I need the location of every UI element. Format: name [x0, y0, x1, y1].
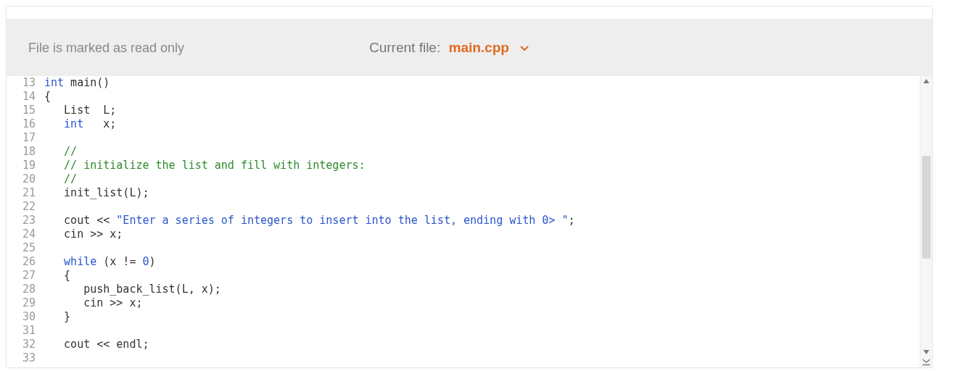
- line-number: 25: [7, 241, 36, 255]
- code-line[interactable]: int x;: [44, 117, 919, 131]
- code-line[interactable]: push_back_list(L, x);: [44, 283, 919, 296]
- line-number: 23: [7, 214, 36, 228]
- top-border-strip: [7, 7, 932, 20]
- line-number: 18: [7, 145, 36, 159]
- line-number: 13: [7, 76, 36, 90]
- line-number: 32: [7, 338, 36, 351]
- line-number: 15: [7, 104, 36, 117]
- code-line[interactable]: {: [44, 269, 919, 283]
- line-number: 27: [7, 269, 36, 283]
- line-number: 28: [7, 283, 36, 296]
- code-line[interactable]: cout << "Enter a series of integers to i…: [44, 214, 919, 228]
- line-number: 26: [7, 255, 36, 269]
- code-line[interactable]: init_list(L);: [44, 186, 919, 200]
- line-number: 19: [7, 159, 36, 172]
- line-number: 21: [7, 186, 36, 200]
- scroll-to-bottom-icon[interactable]: [920, 357, 932, 367]
- code-line[interactable]: cin >> x;: [44, 228, 919, 241]
- code-line[interactable]: }: [44, 310, 919, 324]
- current-file-name[interactable]: main.cpp: [448, 40, 508, 55]
- line-number: 17: [7, 131, 36, 145]
- code-line[interactable]: cin >> x;: [44, 296, 919, 310]
- code-line[interactable]: [44, 351, 919, 365]
- code-line[interactable]: List L;: [44, 104, 919, 117]
- line-number: 20: [7, 172, 36, 186]
- line-number: 14: [7, 90, 36, 104]
- code-line[interactable]: cout << endl;: [44, 338, 919, 351]
- code-line[interactable]: [44, 241, 919, 255]
- line-number: 33: [7, 351, 36, 365]
- code-content[interactable]: int main(){ List L; int x; // // initial…: [44, 76, 919, 367]
- code-line[interactable]: [44, 200, 919, 214]
- code-line[interactable]: int main(): [44, 76, 919, 90]
- code-line[interactable]: // initialize the list and fill with int…: [44, 159, 919, 172]
- scroll-thumb[interactable]: [922, 156, 931, 259]
- code-line[interactable]: //: [44, 172, 919, 186]
- code-line[interactable]: while (x != 0): [44, 255, 919, 269]
- code-editor[interactable]: 1314151617181920212223242526272829303132…: [7, 76, 932, 367]
- code-line[interactable]: //: [44, 145, 919, 159]
- code-line[interactable]: {: [44, 90, 919, 104]
- vertical-scrollbar[interactable]: [920, 76, 932, 357]
- code-line[interactable]: [44, 131, 919, 145]
- scroll-up-arrow-icon[interactable]: [921, 76, 932, 86]
- editor-panel: File is marked as read only Current file…: [6, 6, 933, 368]
- line-number-gutter: 1314151617181920212223242526272829303132…: [7, 76, 40, 367]
- line-number: 16: [7, 117, 36, 131]
- line-number: 31: [7, 324, 36, 338]
- line-number: 30: [7, 310, 36, 324]
- line-number: 24: [7, 228, 36, 241]
- code-line[interactable]: [44, 324, 919, 338]
- editor-header: File is marked as read only Current file…: [7, 20, 932, 76]
- line-number: 29: [7, 296, 36, 310]
- scroll-down-arrow-icon[interactable]: [921, 347, 932, 357]
- chevron-down-icon[interactable]: [520, 46, 529, 51]
- current-file-static-label: Current file:: [369, 40, 440, 55]
- line-number: 22: [7, 200, 36, 214]
- current-file-selector[interactable]: Current file: main.cpp: [369, 40, 529, 56]
- readonly-status-label: File is marked as read only: [28, 41, 184, 56]
